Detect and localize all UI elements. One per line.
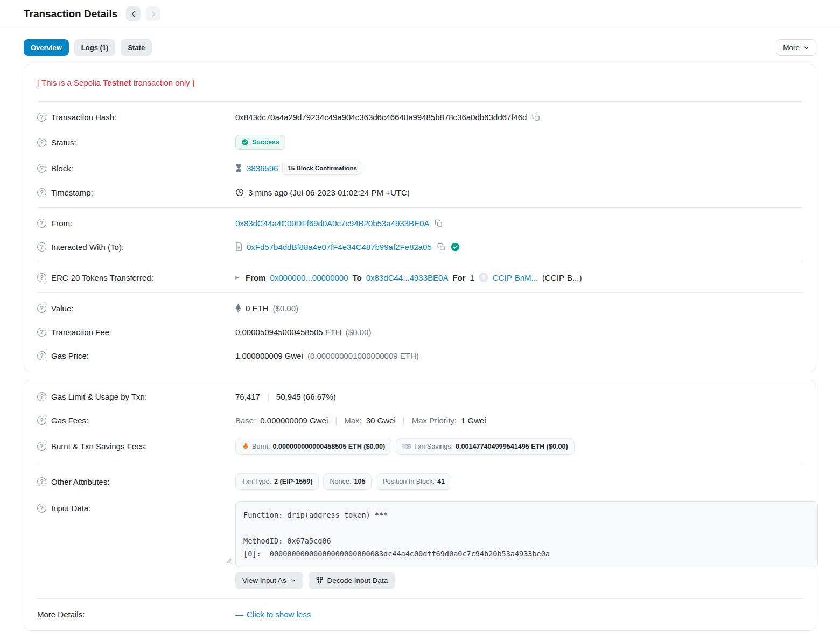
txn-savings-badge: Txn Savings: 0.001477404999541495 ETH ($… <box>396 438 574 455</box>
help-icon[interactable]: ? <box>37 164 46 173</box>
copy-icon <box>532 113 540 121</box>
row-other-attributes: ? Other Attributes: Txn Type: 2 (EIP-155… <box>37 468 803 496</box>
burnt-fee-badge: Burnt: 0.000000000000458505 ETH ($0.00) <box>235 438 391 455</box>
help-icon[interactable]: ? <box>37 304 46 313</box>
position-in-block-badge: Position In Block: 41 <box>376 473 451 490</box>
row-erc20-transfers: ? ERC-20 Tokens Transferred: ▶ From 0x00… <box>37 266 803 289</box>
txn-savings-badge-label: Txn Savings: <box>414 443 453 450</box>
block-number-link[interactable]: 3836596 <box>247 164 278 173</box>
burnt-fees-label: Burnt & Txn Savings Fees: <box>51 442 147 451</box>
help-icon[interactable]: ? <box>37 328 46 337</box>
contract-document-icon <box>235 242 242 251</box>
overview-card: [ This is a Sepolia Testnet transaction … <box>24 64 816 372</box>
fire-icon <box>242 442 249 450</box>
txn-type-badge-label: Txn Type: <box>242 478 271 485</box>
help-icon[interactable]: ? <box>37 442 46 451</box>
row-input-data: ? Input Data: Function: drip(address tok… <box>37 496 803 595</box>
nonce-badge-label: Nonce: <box>330 478 351 485</box>
help-icon[interactable]: ? <box>37 351 46 360</box>
gas-fees-max-value: 30 Gwei <box>366 416 396 425</box>
clock-icon <box>235 188 244 197</box>
token-icon <box>479 273 488 282</box>
more-button[interactable]: More <box>776 39 816 56</box>
gas-limit-value: 76,417 <box>235 392 260 401</box>
tab-logs[interactable]: Logs (1) <box>74 39 116 56</box>
help-icon[interactable]: ? <box>37 504 46 513</box>
testnet-warning: [ This is a Sepolia Testnet transaction … <box>37 68 803 98</box>
view-input-as-button[interactable]: View Input As <box>235 572 303 589</box>
row-transaction-hash: ? Transaction Hash: 0x843dc70a4a29d79234… <box>37 105 803 129</box>
money-wings-icon <box>402 443 411 450</box>
pipe-separator: | <box>332 416 340 425</box>
gas-fees-base-label: Base: <box>235 416 256 425</box>
transaction-fee-label: Transaction Fee: <box>51 328 111 337</box>
more-button-label: More <box>783 44 800 52</box>
divider <box>37 262 803 262</box>
transaction-fee-amount: 0.000050945000458505 ETH <box>235 328 341 337</box>
position-badge-value: 41 <box>437 478 445 485</box>
help-icon[interactable]: ? <box>37 113 46 122</box>
previous-transaction-button[interactable] <box>126 6 141 21</box>
tab-state[interactable]: State <box>121 39 152 56</box>
row-interacted-with: ? Interacted With (To): 0xFd57b4ddBf88a4… <box>37 235 803 259</box>
erc20-from-address-link[interactable]: 0x000000...00000000 <box>270 273 348 282</box>
burnt-fee-badge-label: Burnt: <box>252 443 270 450</box>
testnet-warning-suffix: transaction only ] <box>131 78 195 87</box>
copy-contract-address-button[interactable] <box>436 243 446 251</box>
copy-from-address-button[interactable] <box>433 219 444 227</box>
gas-fees-priority-label: Max Priority: <box>412 416 457 425</box>
value-amount: 0 ETH <box>246 304 269 313</box>
help-icon[interactable]: ? <box>37 242 46 252</box>
row-transaction-fee: ? Transaction Fee: 0.000050945000458505 … <box>37 320 803 344</box>
page-title: Transaction Details <box>24 8 117 20</box>
erc20-for-word: For <box>452 273 465 282</box>
gas-fees-max-label: Max: <box>344 416 362 425</box>
help-icon[interactable]: ? <box>37 273 46 282</box>
view-input-as-label: View Input As <box>242 576 286 584</box>
gas-fees-base-value: 0.000000009 Gwei <box>260 416 328 425</box>
block-confirmations-badge: 15 Block Confirmations <box>282 162 362 175</box>
divider <box>37 207 803 208</box>
value-usd: ($0.00) <box>273 304 299 313</box>
more-details-label: More Details: <box>37 610 85 619</box>
transaction-hash-label: Transaction Hash: <box>51 113 116 122</box>
show-less-link[interactable]: — Click to show less <box>235 610 311 619</box>
hourglass-icon <box>235 164 242 172</box>
help-icon[interactable]: ? <box>37 416 46 425</box>
transaction-hash-value: 0x843dc70a4a29d79234c49a904c363d6c46640a… <box>235 113 527 122</box>
gas-price-amount: 1.000000009 Gwei <box>235 351 303 360</box>
erc20-amount: 1 <box>470 273 474 282</box>
next-transaction-button[interactable] <box>146 6 160 21</box>
transaction-fee-usd: ($0.00) <box>346 328 372 337</box>
divider <box>37 598 803 599</box>
chevron-down-icon <box>290 577 296 583</box>
input-data-label: Input Data: <box>51 504 90 513</box>
contract-address-link[interactable]: 0xFd57b4ddBf88a4e07fF4e34C487b99af2Fe82a… <box>247 242 432 252</box>
decode-input-data-button[interactable]: Decode Input Data <box>309 572 395 589</box>
help-icon[interactable]: ? <box>37 219 46 228</box>
help-icon[interactable]: ? <box>37 138 46 147</box>
txn-type-badge: Txn Type: 2 (EIP-1559) <box>235 473 319 490</box>
input-data-textarea[interactable]: Function: drip(address token) *** Method… <box>235 501 818 567</box>
details-card: ? Gas Limit & Usage by Txn: 76,417 | 50,… <box>24 380 816 631</box>
chevron-down-icon <box>803 45 809 51</box>
help-icon[interactable]: ? <box>37 188 46 197</box>
nonce-badge: Nonce: 105 <box>323 473 372 490</box>
decode-icon <box>316 576 324 584</box>
copy-hash-button[interactable] <box>531 113 541 121</box>
row-timestamp: ? Timestamp: 3 mins ago (Jul-06-2023 01:… <box>37 180 803 204</box>
gas-price-eth: (0.000000001000000009 ETH) <box>307 351 419 360</box>
timestamp-value: 3 mins ago (Jul-06-2023 01:02:24 PM +UTC… <box>248 188 410 197</box>
erc20-to-address-link[interactable]: 0x83dC44...4933BE0A <box>366 273 449 282</box>
gas-price-label: Gas Price: <box>51 351 89 360</box>
show-less-link-label: Click to show less <box>247 610 311 619</box>
burnt-fee-badge-value: 0.000000000000458505 ETH ($0.00) <box>273 443 386 450</box>
from-address-link[interactable]: 0x83dC44a4C00DFf69d0A0c7c94B20b53a4933BE… <box>235 219 429 228</box>
erc20-token-name-link[interactable]: CCIP-BnM... <box>493 273 538 282</box>
row-burnt-savings-fees: ? Burnt & Txn Savings Fees: Burnt: 0.000… <box>37 432 803 461</box>
row-gas-fees: ? Gas Fees: Base: 0.000000009 Gwei | Max… <box>37 408 803 432</box>
status-badge-label: Success <box>252 138 279 146</box>
help-icon[interactable]: ? <box>37 392 46 401</box>
help-icon[interactable]: ? <box>37 477 46 486</box>
tab-overview[interactable]: Overview <box>24 39 69 56</box>
